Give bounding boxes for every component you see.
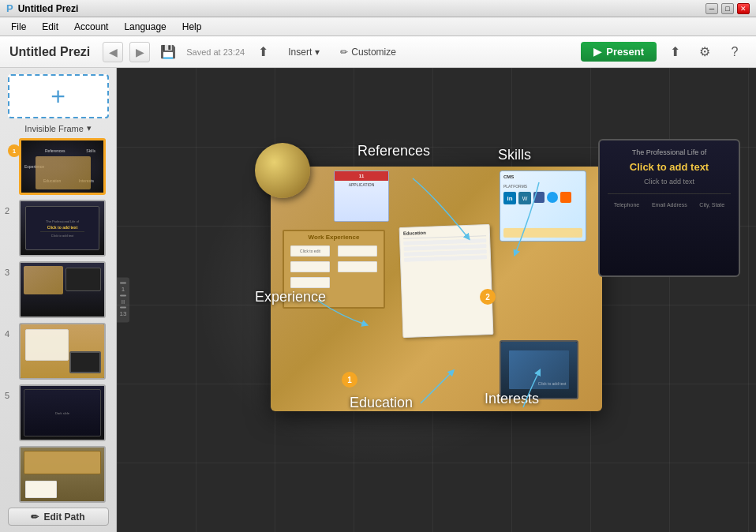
slide-1-thumbnail[interactable]: References Skills Experience Education I… [19,138,106,195]
handle-line-2 [120,294,126,296]
title-bar: P Untitled Prezi ─ □ ✕ [0,0,756,17]
interests-label: Interests [485,391,539,407]
scroll-segment-1: 1 [122,286,125,294]
canvas-area[interactable]: 1 II 13 Work Experience Click to edit [117,68,756,532]
window-title: Untitled Prezi [18,3,79,14]
badge-number-1: 1 [342,372,357,388]
badge-number-2: 2 [480,289,496,305]
slide-4-thumbnail[interactable] [19,323,106,380]
panel-field-telephone[interactable]: Telephone [614,202,639,208]
edit-path-button[interactable]: ✏ Edit Path [8,508,109,526]
menu-language[interactable]: Language [118,20,172,34]
slide-2-number: 2 [5,206,16,215]
panel-divider [608,193,731,194]
scroll-handle[interactable]: 1 II 13 [117,278,129,323]
play-icon: ▶ [593,46,601,58]
panel-title[interactable]: Click to add text [630,161,709,173]
decorative-ball [255,143,310,198]
slide-2-thumbnail[interactable]: The Professional Life of Click to add te… [19,200,106,257]
customize-label: Customize [351,47,396,58]
panel-fields: Telephone Email Address City, State [608,202,731,208]
experience-label: Experience [255,289,326,305]
panel-field-email[interactable]: Email Address [652,202,687,208]
share-button[interactable]: ⬆ [663,40,687,64]
calendar-item: 11 APPLICATION [334,170,389,222]
slide-3-container: 3 [5,261,111,318]
handle-line-1 [120,283,126,284]
education-label: Education [350,395,413,411]
presentation-title: Untitled Prezi [9,45,90,59]
menu-bar: File Edit Account Language Help [0,17,756,36]
slide-4-number: 4 [5,329,16,339]
app-icon: P [6,2,13,14]
forward-button[interactable]: ▶ [129,42,150,62]
skills-label: Skills [498,147,531,163]
maximize-button[interactable]: □ [721,3,734,14]
skills-card: CMS PLATFORMS in W [500,170,586,242]
references-label: References [357,143,430,159]
help-button[interactable]: ? [723,40,747,64]
main-layout: + Invisible Frame ▾ 1 References Skills … [0,68,756,532]
customize-pencil-icon: ✏ [340,47,348,58]
toolbar: Untitled Prezi ◀ ▶ 💾 Saved at 23:24 ⬆ In… [0,36,756,68]
education-paper: Education [399,224,494,338]
plus-icon: + [51,82,65,111]
panel-body[interactable]: Click to add text [644,178,694,185]
panel-subtitle: The Professional Life of [632,148,707,156]
scroll-segment-2: II [122,298,125,305]
add-frame-button[interactable]: + [8,74,109,118]
close-button[interactable]: ✕ [737,3,750,14]
menu-file[interactable]: File [5,20,32,34]
save-status: Saved at 23:24 [186,47,245,57]
edit-path-label: Edit Path [43,511,84,523]
menu-help[interactable]: Help [176,20,208,34]
customize-button[interactable]: ✏ Customize [333,43,403,62]
chevron-down-icon: ▾ [87,123,92,133]
settings-button[interactable]: ⚙ [693,40,717,64]
save-button[interactable]: 💾 [156,40,180,64]
info-panel[interactable]: The Professional Life of Click to add te… [598,139,740,277]
insert-button[interactable]: Insert ▾ [281,43,327,62]
insert-label: Insert [288,47,312,58]
slide-2-container: 2 The Professional Life of Click to add … [5,200,111,257]
slide-1-container: 1 References Skills Experience Education… [5,138,111,195]
slide-5-thumbnail[interactable]: Dark slide [19,384,106,441]
slide-6-container [5,446,111,503]
slide-5-number: 5 [5,391,16,400]
insert-arrow-icon: ▾ [315,47,320,58]
scroll-segment-3: 13 [120,310,127,318]
slide-3-thumbnail[interactable] [19,261,106,318]
panel-field-city[interactable]: City, State [699,202,724,208]
present-button[interactable]: ▶ Present [581,42,657,62]
slide-4-container: 4 [5,323,111,380]
present-label: Present [606,46,644,58]
minimize-button[interactable]: ─ [705,3,718,14]
handle-line-3 [120,307,126,309]
share-upload-button[interactable]: ⬆ [251,40,275,64]
menu-edit[interactable]: Edit [36,20,65,34]
edit-path-pencil-icon: ✏ [31,511,39,523]
sidebar: + Invisible Frame ▾ 1 References Skills … [0,68,117,532]
prezi-board: Work Experience Click to edit Education [239,135,642,451]
frame-type-label: Invisible Frame [24,124,84,133]
menu-account[interactable]: Account [68,20,114,34]
frame-type-selector[interactable]: Invisible Frame ▾ [24,123,92,133]
slide-3-number: 3 [5,268,16,277]
slide-6-thumbnail[interactable] [19,446,106,503]
back-button[interactable]: ◀ [103,42,123,62]
slide-5-container: 5 Dark slide [5,384,111,441]
